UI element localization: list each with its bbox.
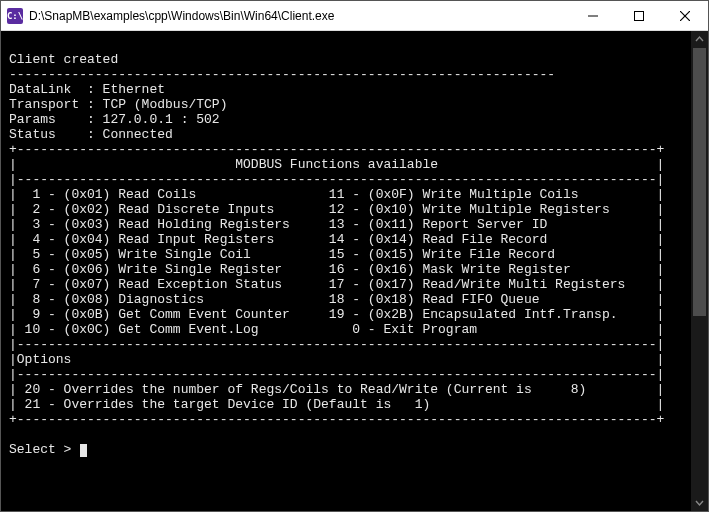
console-output[interactable]: Client created -------------------------… (1, 31, 691, 511)
app-window: C:\ D:\SnapMB\examples\cpp\Windows\Bin\W… (0, 0, 709, 512)
close-button[interactable] (662, 1, 708, 30)
maximize-button[interactable] (616, 1, 662, 30)
chevron-up-icon (695, 35, 704, 44)
text-cursor (80, 444, 87, 457)
titlebar-left: C:\ D:\SnapMB\examples\cpp\Windows\Bin\W… (7, 8, 334, 24)
scroll-up-button[interactable] (691, 31, 708, 48)
svg-rect-1 (635, 11, 644, 20)
close-icon (680, 11, 690, 21)
minimize-button[interactable] (570, 1, 616, 30)
scrollbar-thumb[interactable] (693, 48, 706, 316)
scrollbar-track[interactable] (691, 48, 708, 494)
scroll-down-button[interactable] (691, 494, 708, 511)
vertical-scrollbar[interactable] (691, 31, 708, 511)
chevron-down-icon (695, 498, 704, 507)
window-controls (570, 1, 708, 30)
window-title: D:\SnapMB\examples\cpp\Windows\Bin\Win64… (29, 9, 334, 23)
client-area: Client created -------------------------… (1, 31, 708, 511)
titlebar[interactable]: C:\ D:\SnapMB\examples\cpp\Windows\Bin\W… (1, 1, 708, 31)
app-icon: C:\ (7, 8, 23, 24)
maximize-icon (634, 11, 644, 21)
minimize-icon (588, 11, 598, 21)
